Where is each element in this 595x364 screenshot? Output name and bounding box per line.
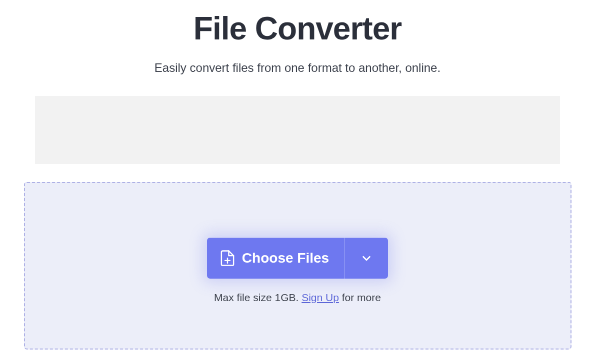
caption-suffix: for more: [339, 292, 381, 303]
file-dropzone[interactable]: Choose Files Max file size 1GB. Sign Up …: [24, 182, 572, 350]
sign-up-link[interactable]: Sign Up: [302, 292, 339, 303]
choose-files-dropdown-button[interactable]: [344, 238, 388, 279]
file-add-icon: [220, 250, 235, 267]
page-subtitle: Easily convert files from one format to …: [0, 61, 595, 75]
choose-files-button[interactable]: Choose Files: [207, 238, 344, 279]
caption-prefix: Max file size 1GB.: [214, 292, 302, 303]
page-title: File Converter: [0, 10, 595, 47]
chevron-down-icon: [361, 253, 372, 264]
choose-files-label: Choose Files: [242, 250, 329, 266]
choose-files-button-group: Choose Files: [207, 238, 388, 279]
page-container: File Converter Easily convert files from…: [0, 10, 595, 350]
ad-slot: [35, 96, 560, 164]
file-size-caption: Max file size 1GB. Sign Up for more: [25, 292, 570, 304]
